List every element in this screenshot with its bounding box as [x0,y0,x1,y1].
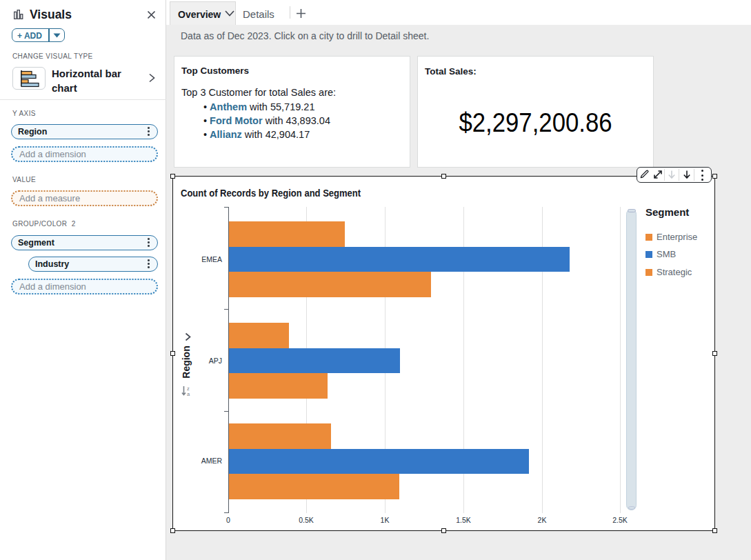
svg-text:a: a [187,391,190,397]
